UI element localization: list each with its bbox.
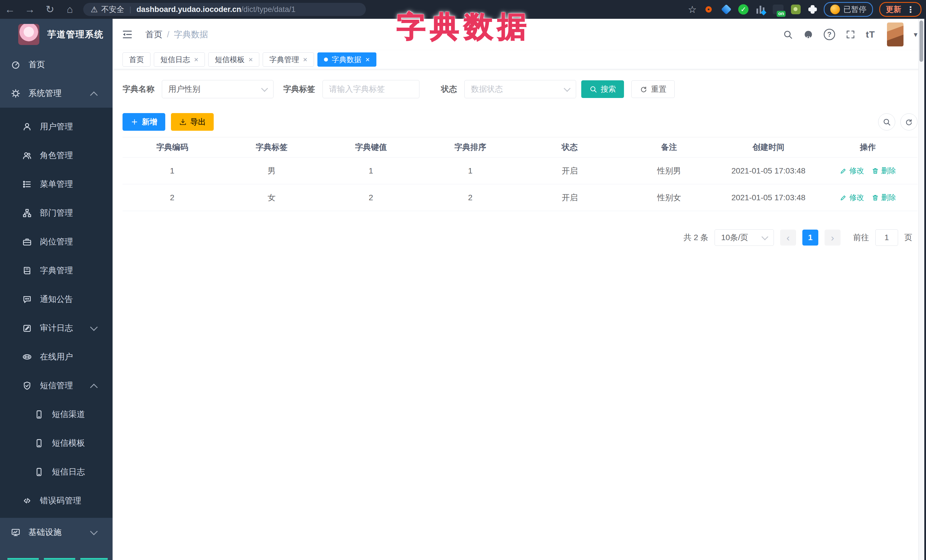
security-label[interactable]: 不安全 xyxy=(101,4,124,15)
refresh-table-button[interactable] xyxy=(900,113,917,130)
status-select[interactable]: 数据状态 xyxy=(465,80,576,98)
plus-icon xyxy=(130,118,138,126)
update-button[interactable]: 更新 ⋮ xyxy=(879,2,921,17)
sidebar-item-departments[interactable]: 部门管理 xyxy=(0,199,112,227)
close-icon[interactable]: × xyxy=(303,55,307,64)
total-count: 共 2 条 xyxy=(684,232,708,243)
dashboard-icon xyxy=(11,60,21,69)
breadcrumb-separator: / xyxy=(167,30,169,39)
url-host: dashboard.yudao.iocoder.cn xyxy=(136,5,241,14)
reset-button[interactable]: 重置 xyxy=(631,80,675,98)
user-avatar[interactable] xyxy=(887,23,903,47)
address-bar[interactable]: ⚠ 不安全 | dashboard.yudao.iocoder.cn/dict/… xyxy=(83,3,366,16)
tab-bar: 首页 短信日志 × 短信模板 × 字典管理 × 字典数据 × xyxy=(113,50,926,69)
tab-dict-manage[interactable]: 字典管理 × xyxy=(263,53,314,66)
sidebar-item-roles[interactable]: 角色管理 xyxy=(0,141,112,170)
page-1-button[interactable]: 1 xyxy=(802,229,818,246)
table-row[interactable]: 2 女 2 2 开启 性别女 2021-01-05 17:03:48 修改 xyxy=(123,184,917,211)
content-area: 字典名称 用户性别 字典标签 状态 数据状态 搜索 重置 xyxy=(113,69,926,560)
toggle-search-button[interactable] xyxy=(878,113,895,130)
sidebar-item-sms-channel[interactable]: 短信渠道 xyxy=(0,400,112,429)
sidebar-item-infrastructure[interactable]: 基础设施 xyxy=(0,518,112,546)
sidebar-item-dict[interactable]: 字典管理 xyxy=(0,256,112,285)
phone-icon xyxy=(34,410,44,419)
dict-tag-input[interactable] xyxy=(322,80,419,98)
next-page-button[interactable]: › xyxy=(825,229,841,246)
monitor-icon xyxy=(11,528,21,537)
sidebar-item-menus[interactable]: 菜单管理 xyxy=(0,170,112,199)
collapse-sidebar-icon[interactable] xyxy=(121,29,133,40)
scrollbar-thumb[interactable] xyxy=(920,21,923,62)
dict-name-select[interactable]: 用户性别 xyxy=(162,80,274,98)
sidebar-item-sms-template[interactable]: 短信模板 xyxy=(0,429,112,457)
tab-sms-template[interactable]: 短信模板 × xyxy=(208,53,259,66)
sidebar-item-users[interactable]: 用户管理 xyxy=(0,112,112,141)
extension-olive-icon[interactable] xyxy=(790,4,802,15)
pagination: 共 2 条 10条/页 ‹ 1 › 前往 页 xyxy=(123,229,917,246)
tab-home[interactable]: 首页 xyxy=(123,53,150,66)
extension-orange-icon[interactable] xyxy=(703,4,714,15)
home-icon[interactable]: ⌂ xyxy=(60,3,80,15)
chevron-up-icon xyxy=(90,384,98,391)
font-size-icon[interactable]: tT xyxy=(866,29,875,40)
shield-check-icon xyxy=(22,381,32,391)
goto-page-input[interactable] xyxy=(875,229,898,246)
breadcrumb: 首页 / 字典数据 xyxy=(145,29,208,41)
edit-link[interactable]: 修改 xyxy=(840,166,864,176)
close-icon[interactable]: × xyxy=(194,55,198,64)
sidebar-item-home[interactable]: 首页 xyxy=(0,50,112,79)
chevron-up-icon xyxy=(90,91,98,99)
tab-sms-log[interactable]: 短信日志 × xyxy=(154,53,205,66)
paused-badge[interactable]: 已暂停 xyxy=(824,2,873,17)
sidebar-item-error-codes[interactable]: 错误码管理 xyxy=(0,486,112,515)
trash-icon xyxy=(872,194,879,201)
breadcrumb-home[interactable]: 首页 xyxy=(145,29,162,41)
search-button[interactable]: 搜索 xyxy=(581,80,624,98)
search-icon xyxy=(589,85,597,93)
github-icon[interactable] xyxy=(803,29,814,39)
extension-on-icon[interactable]: on xyxy=(772,4,784,15)
org-tree-icon xyxy=(22,208,32,218)
close-icon[interactable]: × xyxy=(248,55,253,64)
scrollbar[interactable] xyxy=(918,19,924,560)
app-logo[interactable]: 芋道管理系统 xyxy=(0,19,112,50)
code-icon xyxy=(22,496,32,506)
trash-icon xyxy=(872,167,879,175)
sidebar-item-sms[interactable]: 短信管理 xyxy=(0,371,112,400)
puzzle-icon[interactable] xyxy=(808,5,817,14)
goto-label: 前往 xyxy=(853,232,869,243)
forward-icon[interactable]: → xyxy=(20,3,40,15)
sidebar-item-posts[interactable]: 岗位管理 xyxy=(0,227,112,256)
help-icon[interactable]: ? xyxy=(824,29,835,40)
extension-check-icon[interactable]: ✓ xyxy=(738,4,749,15)
sidebar-item-sms-log[interactable]: 短信日志 xyxy=(0,457,112,486)
url-path: /dict/type/data/1 xyxy=(241,5,295,14)
delete-link[interactable]: 删除 xyxy=(872,166,896,176)
reload-icon[interactable]: ↻ xyxy=(40,3,60,15)
edit-link[interactable]: 修改 xyxy=(840,193,864,202)
delete-link[interactable]: 删除 xyxy=(872,193,896,202)
tab-dict-data[interactable]: 字典数据 × xyxy=(318,53,377,66)
sidebar-item-notice[interactable]: 通知公告 xyxy=(0,285,112,314)
add-button[interactable]: 新增 xyxy=(123,113,165,131)
sidebar-item-online-users[interactable]: 在线用户 xyxy=(0,343,112,371)
page-size-select[interactable]: 10条/页 xyxy=(714,229,774,246)
back-icon[interactable]: ← xyxy=(0,3,20,15)
refresh-icon xyxy=(640,85,648,93)
sidebar-item-audit-log[interactable]: 审计日志 xyxy=(0,314,112,343)
kebab-menu-icon[interactable]: ⋮ xyxy=(906,5,915,15)
prev-page-button[interactable]: ‹ xyxy=(780,229,796,246)
extension-sliders-icon[interactable] xyxy=(755,4,766,15)
table-row[interactable]: 1 男 1 1 开启 性别男 2021-01-05 17:03:48 修改 xyxy=(123,157,917,184)
bookmark-star-icon[interactable]: ☆ xyxy=(688,4,697,15)
sidebar: 芋道管理系统 首页 系统管理 用户管理 角色管理 xyxy=(0,19,112,560)
fullscreen-icon[interactable] xyxy=(845,29,856,39)
export-button[interactable]: 导出 xyxy=(171,113,214,131)
close-icon[interactable]: × xyxy=(366,55,370,64)
search-icon[interactable] xyxy=(783,29,793,39)
sidebar-item-system[interactable]: 系统管理 xyxy=(0,79,112,108)
pencil-icon xyxy=(840,167,847,175)
col-header: 字典标签 xyxy=(222,137,321,157)
extension-gem-icon[interactable] xyxy=(720,4,732,15)
caret-down-icon[interactable]: ▾ xyxy=(914,30,917,39)
